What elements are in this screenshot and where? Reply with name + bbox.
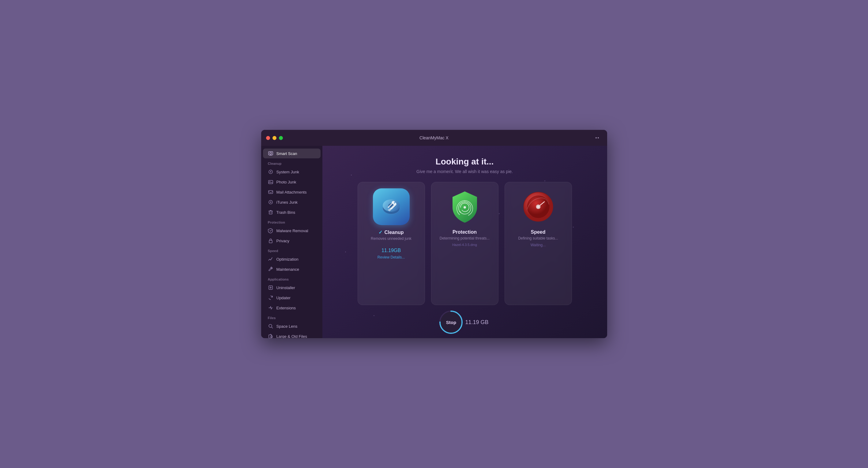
speed-waiting: Waiting... [531,243,546,247]
stop-size-label: 11.19 GB [465,319,488,326]
sidebar-item-photo-junk[interactable]: Photo Junk [263,177,320,187]
cleanup-desc: Removes unneeded junk [371,236,411,241]
cleanup-card-icon [373,188,410,225]
titlebar-right [592,135,602,141]
sidebar-item-trash-bins[interactable]: Trash Bins [263,207,320,217]
uninstaller-icon [268,285,273,290]
sidebar-item-system-junk[interactable]: System Junk [263,167,320,177]
protection-card: Protection Determining potential threats… [431,182,498,305]
review-details-link[interactable]: Review Details... [377,255,405,259]
extensions-label: Extensions [277,306,296,310]
page-subheading: Give me a moment. We all wish it was eas… [322,169,607,174]
space-lens-icon [268,323,273,329]
dot2 [598,137,599,139]
trash-bins-label: Trash Bins [277,210,296,215]
maintenance-icon [268,266,273,272]
photo-junk-label: Photo Junk [277,180,297,184]
section-speed: Speed [261,246,322,254]
minimize-button[interactable] [273,136,277,140]
sidebar-item-uninstaller[interactable]: Uninstaller [263,283,320,293]
uninstaller-label: Uninstaller [277,286,295,290]
mail-attachments-label: Mail Attachments [277,190,307,195]
cards-area: ✓ Cleanup Removes unneeded junk 11.19GB … [322,179,607,308]
dot1 [595,137,597,139]
space-lens-label: Space Lens [277,324,298,329]
sidebar-item-smart-scan[interactable]: Smart Scan [263,149,320,158]
titlebar: CleanMyMac X [261,130,607,146]
stop-progress-ring: Stop [441,312,461,332]
smart-scan-icon [268,151,273,156]
sidebar-item-space-lens[interactable]: Space Lens [263,321,320,331]
privacy-icon [268,238,273,243]
cleanup-card: ✓ Cleanup Removes unneeded junk 11.19GB … [358,182,425,305]
updater-label: Updater [277,296,290,300]
stop-button-container: Stop 11.19 GB [441,312,488,332]
malware-removal-label: Malware Removal [277,229,308,233]
sidebar-item-maintenance[interactable]: Maintenance [263,264,320,274]
svg-rect-5 [269,180,273,184]
svg-rect-7 [269,191,273,194]
trash-icon [268,209,273,215]
maintenance-label: Maintenance [277,267,299,272]
cleanup-disk-icon [373,188,410,225]
smart-scan-label: Smart Scan [277,151,297,156]
svg-point-20 [464,206,466,209]
speed-card-icon [520,188,557,225]
section-applications: Applications [261,274,322,283]
system-junk-icon [268,169,273,175]
protection-sub: Hazel-4.3.5.dmg [452,243,477,246]
extensions-icon [268,305,273,311]
mail-icon [268,189,273,195]
privacy-label: Privacy [277,239,290,243]
content-header: Looking at it... Give me a moment. We al… [322,146,607,179]
updater-icon [268,295,273,300]
optimization-icon [268,256,273,262]
menu-dots[interactable] [592,135,602,141]
speed-title: Speed [531,229,545,235]
protection-card-icon [446,188,483,225]
sidebar-item-optimization[interactable]: Optimization [263,254,320,264]
svg-rect-10 [269,240,272,243]
speed-desc: Defining suitable tasks... [518,236,558,240]
sidebar-item-mail-attachments[interactable]: Mail Attachments [263,187,320,197]
sidebar-item-itunes-junk[interactable]: iTunes Junk [263,197,320,207]
protection-shield-icon [446,188,483,225]
cleanup-size: 11.19GB [381,243,401,255]
svg-point-25 [537,206,539,208]
svg-rect-0 [269,152,273,155]
speed-card: Speed Defining suitable tasks... Waiting… [504,182,572,305]
cleanup-title: ✓ Cleanup [378,229,404,235]
cleanup-size-unit: GB [394,248,401,253]
app-title: CleanMyMac X [420,136,448,140]
sidebar: Smart Scan Cleanup System Junk [261,146,322,338]
itunes-junk-label: iTunes Junk [277,200,298,205]
large-files-icon [268,333,273,338]
main-area: Smart Scan Cleanup System Junk [261,146,607,338]
protection-desc: Determining potential threats... [440,236,490,240]
svg-rect-9 [269,211,272,214]
page-heading: Looking at it... [322,157,607,167]
protection-title: Protection [453,229,477,235]
sidebar-item-updater[interactable]: Updater [263,293,320,302]
app-window: CleanMyMac X Smart Scan [261,130,607,338]
section-protection: Protection [261,217,322,226]
system-junk-label: System Junk [277,170,299,174]
sidebar-item-malware-removal[interactable]: Malware Removal [263,226,320,236]
stop-button[interactable]: Stop [441,312,461,332]
close-button[interactable] [266,136,270,140]
section-files: Files [261,313,322,321]
maximize-button[interactable] [279,136,283,140]
svg-point-2 [270,152,272,154]
svg-point-4 [270,171,271,172]
sidebar-item-extensions[interactable]: Extensions [263,303,320,313]
section-cleanup: Cleanup [261,159,322,167]
content-area: Looking at it... Give me a moment. We al… [322,146,607,338]
sidebar-item-privacy[interactable]: Privacy [263,236,320,246]
malware-icon [268,228,273,233]
sidebar-item-large-old-files[interactable]: Large & Old Files [263,331,320,338]
bottom-bar: Stop 11.19 GB [322,308,607,338]
svg-rect-1 [270,155,272,155]
cleanup-check-icon: ✓ [378,229,382,235]
optimization-label: Optimization [277,257,299,262]
itunes-icon [268,199,273,205]
